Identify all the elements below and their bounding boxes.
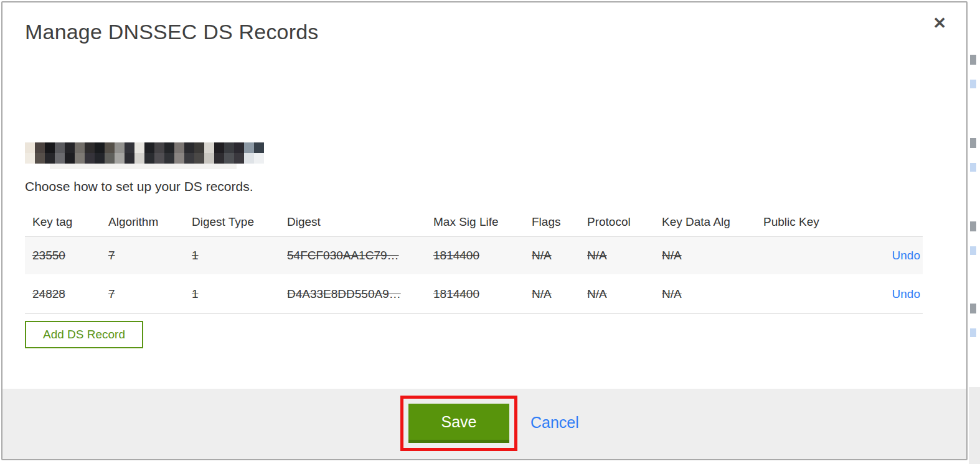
- redacted-pixel: [55, 142, 65, 153]
- redacted-domain-name: [25, 142, 264, 164]
- table-row: 24828 7 1 D4A33E8DD550A9… 1814400 N/A N/…: [25, 274, 923, 314]
- redacted-pixel: [204, 142, 214, 153]
- header-digest: Digest: [280, 215, 426, 229]
- cell-key-data-alg: N/A: [654, 287, 756, 301]
- redacted-pixel: [154, 153, 164, 164]
- redacted-pixel: [214, 142, 224, 153]
- background-footer-fragment: [969, 387, 980, 464]
- redacted-pixel: [95, 153, 105, 164]
- redacted-pixel: [115, 142, 125, 153]
- table-header-row: Key tag Algorithm Digest Type Digest Max…: [25, 208, 923, 236]
- redacted-pixel: [144, 142, 154, 153]
- redacted-pixel: [125, 153, 134, 164]
- background-page-sliver: [969, 0, 980, 464]
- add-ds-record-button[interactable]: Add DS Record: [25, 321, 143, 348]
- background-content-fragment: [970, 304, 976, 313]
- close-icon[interactable]: ✕: [933, 15, 946, 31]
- cell-algorithm: 7: [101, 249, 184, 262]
- background-content-fragment: [970, 55, 976, 65]
- cell-key-data-alg: N/A: [654, 249, 756, 262]
- redacted-pixel: [224, 142, 234, 153]
- modal-title: Manage DNSSEC DS Records: [25, 20, 319, 44]
- redacted-pixel: [254, 142, 264, 153]
- redacted-pixel: [194, 153, 204, 164]
- redacted-pixel: [105, 142, 115, 153]
- header-key-tag: Key tag: [25, 215, 101, 229]
- cell-protocol: N/A: [580, 249, 654, 262]
- redacted-pixel: [224, 153, 234, 164]
- redacted-pixel: [164, 153, 174, 164]
- redacted-pixel: [194, 142, 204, 153]
- cell-max-sig-life: 1814400: [426, 249, 524, 262]
- cell-key-tag: 23550: [25, 249, 101, 262]
- redacted-pixel: [144, 153, 154, 164]
- cell-flags: N/A: [524, 249, 580, 262]
- redacted-pixel: [55, 153, 65, 164]
- redacted-pixel: [65, 153, 75, 164]
- redacted-pixel: [45, 153, 55, 164]
- redacted-pixel: [244, 153, 254, 164]
- cell-flags: N/A: [524, 287, 580, 301]
- redacted-pixel: [184, 142, 194, 153]
- cell-digest: 54FCF030AA1C79…: [280, 249, 426, 262]
- background-content-fragment: [970, 138, 976, 148]
- redacted-pixel: [184, 153, 194, 164]
- redacted-pixel: [95, 142, 105, 153]
- redacted-pixel: [85, 153, 95, 164]
- cell-digest-type: 1: [184, 287, 280, 301]
- modal-footer: Save Cancel: [2, 389, 966, 459]
- background-content-fragment: [970, 246, 976, 255]
- redacted-pixel: [174, 142, 184, 153]
- redacted-pixel: [65, 142, 75, 153]
- background-content-fragment: [970, 221, 976, 231]
- redacted-pixel: [25, 142, 35, 153]
- table-row: 23550 7 1 54FCF030AA1C79… 1814400 N/A N/…: [25, 236, 923, 274]
- header-digest-type: Digest Type: [184, 215, 280, 229]
- background-content-fragment: [970, 163, 976, 172]
- redacted-pixel: [244, 142, 254, 153]
- annotation-highlight-box: Save: [400, 396, 517, 451]
- intro-text: Choose how to set up your DS records.: [25, 179, 253, 194]
- redacted-pixel: [125, 142, 134, 153]
- header-key-data-alg: Key Data Alg: [654, 215, 756, 229]
- redacted-pixel: [115, 153, 125, 164]
- redacted-pixel: [174, 153, 184, 164]
- header-protocol: Protocol: [580, 215, 654, 229]
- redacted-pixel: [204, 153, 214, 164]
- background-content-fragment: [970, 328, 976, 337]
- cell-protocol: N/A: [580, 287, 654, 301]
- redacted-pixel: [35, 153, 45, 164]
- ds-records-table: Key tag Algorithm Digest Type Digest Max…: [25, 208, 923, 314]
- redacted-pixel: [45, 142, 55, 153]
- redacted-pixel: [134, 153, 144, 164]
- redacted-pixel: [164, 142, 174, 153]
- cell-algorithm: 7: [101, 287, 184, 301]
- redacted-pixel: [154, 142, 164, 153]
- header-max-sig-life: Max Sig Life: [426, 215, 524, 229]
- cell-key-tag: 24828: [25, 287, 101, 301]
- undo-link[interactable]: Undo: [892, 249, 920, 262]
- redacted-pixel: [75, 142, 85, 153]
- manage-dnssec-modal: Manage DNSSEC DS Records ✕ Choose how to…: [1, 1, 968, 460]
- redacted-pixel: [234, 153, 244, 164]
- header-public-key: Public Key: [756, 215, 873, 229]
- redacted-pixel: [214, 153, 224, 164]
- redacted-pixel: [35, 142, 45, 153]
- background-content-fragment: [970, 80, 976, 88]
- undo-link[interactable]: Undo: [892, 287, 920, 301]
- redacted-pixel: [75, 153, 85, 164]
- save-button[interactable]: Save: [408, 404, 509, 443]
- cell-digest-type: 1: [184, 249, 280, 262]
- redacted-pixel: [25, 153, 35, 164]
- cell-digest: D4A33E8DD550A9…: [280, 287, 426, 301]
- cancel-link[interactable]: Cancel: [530, 414, 579, 432]
- header-flags: Flags: [524, 215, 580, 229]
- cell-max-sig-life: 1814400: [426, 287, 524, 301]
- redacted-pixel: [134, 142, 144, 153]
- redacted-pixel: [234, 142, 244, 153]
- redacted-pixel: [85, 142, 95, 153]
- redacted-pixel: [105, 153, 115, 164]
- header-algorithm: Algorithm: [101, 215, 184, 229]
- redacted-domain-shadow: [50, 164, 237, 169]
- redacted-pixel: [254, 153, 264, 164]
